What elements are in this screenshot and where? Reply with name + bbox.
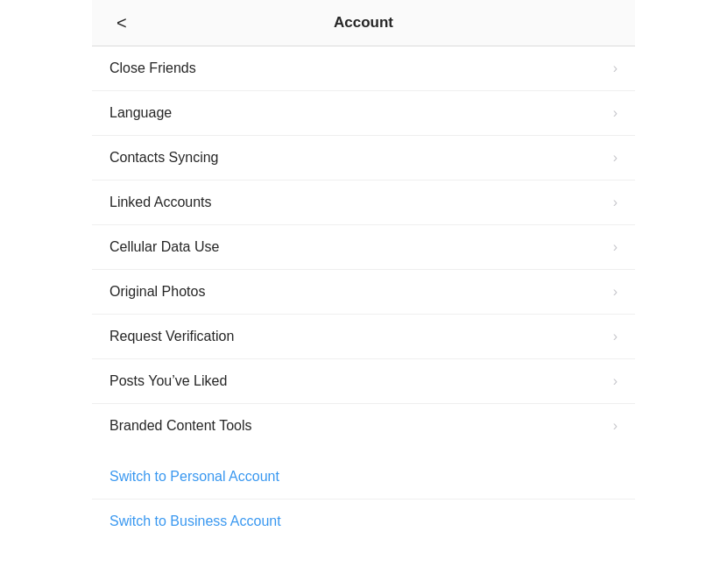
menu-item-label: Cellular Data Use: [109, 239, 219, 255]
menu-item-label: Language: [109, 105, 172, 121]
screen: < Account Close Friends›Language›Contact…: [92, 0, 635, 588]
chevron-right-icon: ›: [613, 60, 618, 76]
menu-item-label: Posts You’ve Liked: [109, 373, 227, 389]
menu-item[interactable]: Contacts Syncing›: [92, 136, 635, 181]
chevron-right-icon: ›: [613, 150, 618, 166]
phone-container: < Account Close Friends›Language›Contact…: [0, 0, 727, 588]
chevron-right-icon: ›: [613, 329, 618, 344]
chevron-right-icon: ›: [613, 284, 618, 300]
action-link[interactable]: Switch to Business Account: [92, 499, 635, 543]
action-links: Switch to Personal AccountSwitch to Busi…: [92, 448, 635, 550]
menu-item[interactable]: Posts You’ve Liked›: [92, 359, 635, 404]
menu-item[interactable]: Original Photos›: [92, 270, 635, 315]
menu-item-label: Request Verification: [109, 329, 234, 344]
chevron-right-icon: ›: [613, 105, 618, 121]
menu-item[interactable]: Close Friends›: [92, 46, 635, 91]
chevron-right-icon: ›: [613, 239, 618, 255]
header: < Account: [92, 0, 635, 46]
page-title: Account: [334, 14, 393, 32]
menu-item-label: Close Friends: [109, 60, 196, 76]
menu-item[interactable]: Language›: [92, 91, 635, 136]
menu-item-label: Contacts Syncing: [109, 150, 219, 166]
menu-item[interactable]: Linked Accounts›: [92, 181, 635, 225]
menu-item-label: Original Photos: [109, 284, 205, 300]
back-button[interactable]: <: [109, 10, 134, 37]
action-link[interactable]: Switch to Personal Account: [92, 455, 635, 499]
menu-item[interactable]: Cellular Data Use›: [92, 225, 635, 270]
chevron-right-icon: ›: [613, 373, 618, 389]
chevron-right-icon: ›: [613, 195, 618, 210]
menu-item[interactable]: Request Verification›: [92, 315, 635, 359]
menu-list: Close Friends›Language›Contacts Syncing›…: [92, 46, 635, 448]
menu-item-label: Linked Accounts: [109, 195, 212, 210]
chevron-right-icon: ›: [613, 418, 618, 434]
menu-item-label: Branded Content Tools: [109, 418, 251, 434]
menu-item[interactable]: Branded Content Tools›: [92, 404, 635, 448]
back-chevron-icon: <: [116, 13, 127, 33]
